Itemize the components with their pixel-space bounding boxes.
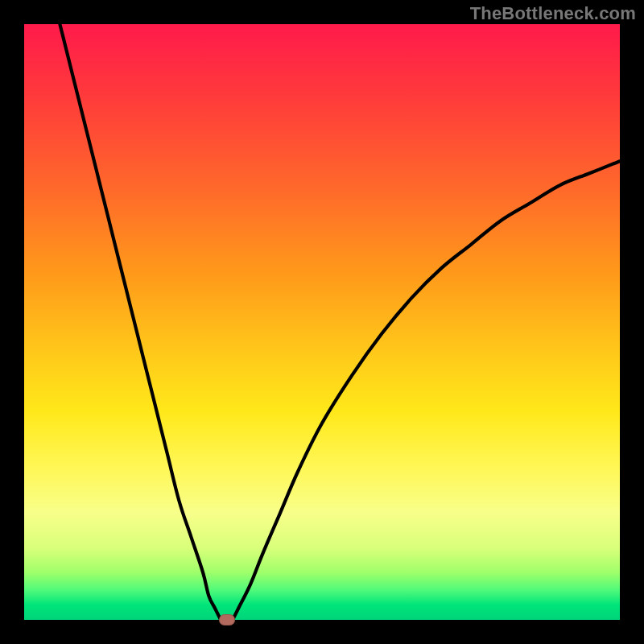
- curve-path: [60, 24, 620, 620]
- bottleneck-curve: [24, 24, 620, 620]
- chart-frame: TheBottleneck.com: [0, 0, 644, 644]
- optimal-point-marker: [219, 614, 235, 625]
- watermark-text: TheBottleneck.com: [470, 3, 636, 24]
- plot-area: [24, 24, 620, 620]
